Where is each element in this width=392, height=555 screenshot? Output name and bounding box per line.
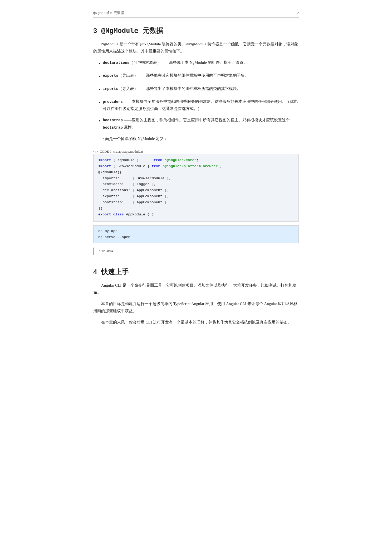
section-4-para2: 本章的目标是构建并运行一个超级简单的 TypeScript Angular 应用… — [93, 300, 299, 315]
code-bootstrap: bootstrap — [103, 118, 123, 122]
paren-declarations: （可声明对象表） — [129, 60, 161, 65]
section-3-intro: NgModule 是一个带有 @NgModule 装饰器的类。@NgModule… — [93, 41, 299, 55]
bullet-list: • declarations（可声明对象表）——那些属于本 NgModule 的… — [99, 59, 299, 131]
bullet-item-declarations: • declarations（可声明对象表）——那些属于本 NgModule 的… — [99, 59, 299, 68]
code-space-2 — [160, 164, 162, 168]
code-block-1: import { NgModule } from '@angular/core'… — [93, 154, 299, 222]
bullet-text-4: providers ——本模块向全局服务中贡献的那些服务的创建器。这些服务能被本… — [103, 98, 299, 112]
code-space-3 — [111, 213, 113, 216]
code-ngmodule-decorator: @NgModule({ imports: [ BrowserModule ], … — [98, 170, 171, 211]
page-container: @NgModule 元数据 2 3 @NgModule 元数据 NgModule… — [77, 0, 315, 353]
bullet-text-1: declarations（可声明对象表）——那些属于本 NgModule 的组件… — [103, 59, 247, 66]
str-browser: '@angular/platform-browser' — [162, 164, 220, 168]
section-4-heading: 4 快速上手 — [93, 267, 299, 277]
code-appmodule: AppModule { } — [124, 213, 154, 216]
section-3-heading: 3 @NgModule 元数据 — [93, 26, 299, 35]
kw-import-2: import — [98, 164, 111, 168]
bullet-item-imports: • imports（导入表）——那些导出了本模块中的组件模板所需的类的其它模块。 — [99, 85, 299, 94]
section-4: 4 快速上手 Angular CLI 是一个命令行界面工具，它可以创建项目、添加… — [93, 267, 299, 326]
rest-exports: ——那些能在其它模块的组件模板中使用的可声明对象的子集。 — [138, 73, 249, 78]
bullet-text-3: imports（导入表）——那些导出了本模块中的组件模板所需的类的其它模块。 — [103, 85, 241, 92]
code-imports: imports — [103, 87, 118, 91]
bullet-text-2: exports（导出表）——那些能在其它模块的组件模板中使用的可声明对象的子集。 — [103, 72, 249, 79]
code-bootstrap-inline: bootstrap — [103, 126, 123, 130]
rest-declarations: ——那些属于本 NgModule 的组件、指令、管道。 — [161, 60, 247, 65]
paren-exports: （导出表） — [118, 73, 138, 78]
bullet-item-providers: • providers ——本模块向全局服务中贡献的那些服务的创建器。这些服务能… — [99, 98, 299, 112]
section-4-para3: 在本章的末尾，你会对用 CLI 进行开发有一个最基本的理解，并将其作为其它文档范… — [93, 319, 299, 326]
code-declarations: declarations — [103, 61, 129, 65]
bullet-text-5: bootstrap ——应用的主视图，称为根组件。它是应用中所有其它视图的宿主。… — [103, 117, 299, 131]
section-4-title: 快速上手 — [101, 268, 129, 276]
kw-from-1: from — [154, 158, 162, 162]
code-semi-2: ; — [220, 164, 222, 168]
code-icon: </> — [93, 149, 98, 154]
code-exports: exports — [103, 74, 118, 78]
code-label-text: CODE 1: src/app/app.module.ts — [100, 149, 143, 154]
code-label-1: </> CODE 1: src/app/app.module.ts — [93, 148, 299, 154]
bullet-item-exports: • exports（导出表）——那些能在其它模块的组件模板中使用的可声明对象的子… — [99, 72, 299, 81]
page-header: @NgModule 元数据 2 — [93, 11, 299, 18]
code-space-1 — [162, 158, 164, 162]
code-block-2: cd my-app ng serve --open — [93, 225, 299, 243]
rest-bootstrap: ——应用的主视图，称为根组件。它是应用中所有其它视图的宿主。只有根模块才应该设置… — [103, 118, 290, 129]
section-3-title-cjk: 元数据 — [143, 27, 163, 35]
section-3: 3 @NgModule 元数据 NgModule 是一个带有 @NgModule… — [93, 26, 299, 255]
bullet-item-bootstrap: • bootstrap ——应用的主视图，称为根组件。它是应用中所有其它视图的宿… — [99, 117, 299, 131]
kw-class: class — [113, 213, 124, 216]
bullet-dot-3: • — [99, 85, 100, 94]
kw-from-2: from — [152, 164, 160, 168]
section-3-number: 3 — [93, 27, 97, 35]
rest-providers: ——本模块向全局服务中贡献的那些服务的创建器。这些服务能被本应用中的任何部分使用… — [103, 99, 297, 111]
bullet-dot-2: • — [99, 72, 100, 81]
str-core: '@angular/core' — [164, 158, 197, 162]
section-3-title-mono: @NgModule — [101, 27, 138, 35]
code-providers: providers — [103, 100, 123, 104]
section-4-para1: Angular CLI 是一个命令行界面工具，它可以创建项目、添加文件以及执行一… — [93, 282, 299, 296]
kw-import-1: import — [98, 158, 111, 162]
code-mid-2: { BrowserModule } — [111, 164, 152, 168]
bullet-dot-1: • — [99, 59, 100, 68]
code-semi-1: ; — [197, 158, 199, 162]
bullet-dot-4: • — [99, 98, 100, 107]
blockquote-text: blablabla — [99, 249, 113, 253]
bullet-dot-5: • — [99, 117, 100, 125]
paren-imports: （导入表） — [118, 86, 138, 91]
rest-imports: ——那些导出了本模块中的组件模板所需的类的其它模块。 — [138, 86, 241, 91]
header-page-number: 2 — [297, 11, 299, 15]
kw-export: export — [98, 213, 111, 216]
pre-code-text: 下面是一个简单的根 NgModule 定义： — [93, 135, 299, 142]
blockquote: blablabla — [93, 248, 299, 255]
code-mid-1: { NgModule } — [111, 158, 154, 162]
header-title: @NgModule 元数据 — [93, 11, 124, 15]
section-4-number: 4 — [93, 268, 97, 276]
